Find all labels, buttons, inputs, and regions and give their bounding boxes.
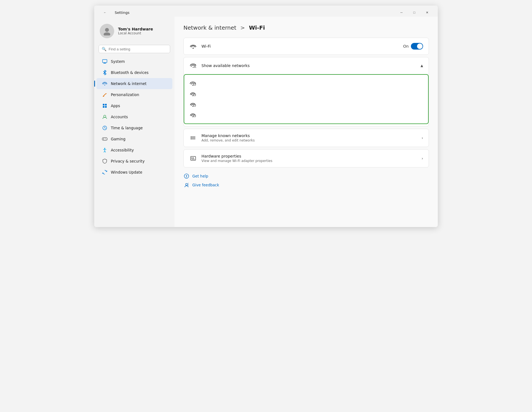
accessibility-icon — [102, 147, 108, 153]
network-item-1[interactable] — [184, 78, 428, 89]
nav-item-apps[interactable]: Apps — [96, 100, 172, 111]
minimize-button[interactable]: ─ — [395, 8, 408, 17]
system-icon — [102, 59, 108, 64]
svg-line-16 — [105, 128, 106, 128]
main-layout: Tom's Hardware Local Account 🔍 System — [94, 17, 438, 227]
show-available-networks-header[interactable]: Show available networks ▲ — [184, 57, 429, 74]
nav-item-time[interactable]: Time & language — [96, 122, 172, 133]
network-item-2[interactable] — [184, 89, 428, 99]
nav-label-personalization: Personalization — [111, 92, 139, 97]
wifi-toggle[interactable] — [411, 43, 423, 50]
svg-rect-17 — [102, 138, 107, 140]
svg-point-13 — [104, 115, 106, 117]
svg-rect-10 — [105, 104, 107, 105]
titlebar: ← Settings ─ □ ✕ — [94, 6, 438, 17]
search-box[interactable]: 🔍 — [99, 45, 170, 53]
wifi-icon — [189, 42, 197, 50]
chevron-right-icon-manage: › — [421, 136, 423, 140]
wifi-card: Wi-Fi On — [183, 38, 429, 55]
manage-networks-sub: Add, remove, and edit networks — [201, 138, 417, 142]
nav-label-system: System — [111, 59, 125, 64]
svg-point-56 — [186, 184, 188, 186]
avatar — [100, 24, 114, 38]
give-feedback-label: Give feedback — [192, 183, 219, 187]
svg-point-0 — [105, 28, 109, 32]
svg-rect-36 — [194, 94, 196, 96]
wifi-toggle-container[interactable]: On — [403, 43, 423, 50]
gaming-icon — [102, 136, 108, 142]
wifi-row[interactable]: Wi-Fi On — [184, 38, 429, 55]
chevron-right-icon-hardware: › — [421, 156, 423, 161]
nav-item-privacy[interactable]: Privacy & security — [96, 156, 172, 167]
svg-point-1 — [104, 32, 110, 35]
breadcrumb: Network & internet > Wi-Fi — [183, 24, 429, 31]
svg-point-41 — [192, 116, 193, 117]
get-help-link[interactable]: ? Get help — [183, 173, 429, 179]
manage-networks-label: Manage known networks — [201, 133, 417, 138]
svg-point-35 — [192, 95, 193, 96]
network-item-3[interactable] — [184, 99, 428, 110]
give-feedback-link[interactable]: Give feedback — [183, 182, 429, 188]
nav-label-network: Network & internet — [111, 81, 147, 86]
network-item-4[interactable] — [184, 110, 428, 120]
svg-rect-12 — [105, 106, 107, 108]
svg-point-27 — [193, 48, 194, 49]
svg-rect-34 — [194, 84, 195, 84]
svg-rect-53 — [191, 159, 195, 159]
svg-point-20 — [105, 138, 106, 139]
breadcrumb-separator: > — [240, 24, 247, 31]
svg-rect-11 — [103, 106, 104, 108]
nav-item-network[interactable]: Network & internet — [96, 78, 172, 89]
nav-item-personalization[interactable]: Personalization — [96, 89, 172, 100]
hardware-properties-card[interactable]: Hardware properties View and manage Wi-F… — [183, 149, 429, 168]
user-profile[interactable]: Tom's Hardware Local Account — [94, 19, 175, 43]
svg-rect-31 — [195, 66, 196, 67]
svg-rect-42 — [194, 115, 196, 117]
nav-item-gaming[interactable]: Gaming — [96, 133, 172, 145]
svg-rect-37 — [194, 94, 195, 95]
nav-label-accounts: Accounts — [111, 115, 128, 119]
manage-known-networks-row[interactable]: Manage known networks Add, remove, and e… — [184, 129, 429, 147]
nav-item-bluetooth[interactable]: Bluetooth & devices — [96, 67, 172, 78]
nav-label-apps: Apps — [111, 104, 120, 108]
nav-label-windows-update: Windows Update — [111, 170, 142, 174]
svg-rect-2 — [103, 60, 107, 63]
nav-item-system[interactable]: System — [96, 56, 172, 67]
titlebar-controls: ─ □ ✕ — [395, 8, 433, 17]
svg-point-32 — [192, 85, 193, 86]
time-icon — [102, 125, 108, 131]
svg-point-47 — [191, 137, 191, 137]
titlebar-left: ← Settings — [99, 8, 129, 17]
hardware-properties-row[interactable]: Hardware properties View and manage Wi-F… — [184, 150, 429, 167]
breadcrumb-parent: Network & internet — [183, 24, 236, 31]
svg-rect-30 — [195, 66, 196, 66]
maximize-button[interactable]: □ — [408, 8, 421, 17]
available-networks-icon — [189, 62, 197, 69]
search-icon: 🔍 — [102, 47, 106, 51]
nav-label-time: Time & language — [111, 126, 143, 130]
network-icon — [102, 81, 108, 86]
nav-label-bluetooth: Bluetooth & devices — [111, 70, 149, 75]
nav-item-accessibility[interactable]: Accessibility — [96, 145, 172, 156]
apps-icon — [102, 103, 108, 109]
svg-line-6 — [103, 94, 106, 96]
accounts-icon — [102, 114, 108, 120]
user-sub: Local Account — [118, 31, 153, 35]
wifi-status-label: On — [403, 44, 409, 48]
manage-networks-text: Manage known networks Add, remove, and e… — [201, 133, 417, 142]
manage-known-networks-card[interactable]: Manage known networks Add, remove, and e… — [183, 129, 429, 147]
close-button[interactable]: ✕ — [421, 8, 433, 17]
svg-line-26 — [105, 151, 106, 152]
show-available-networks-card: Show available networks ▲ — [183, 57, 429, 127]
hardware-properties-sub: View and manage Wi-Fi adapter properties — [201, 159, 417, 163]
settings-window: ← Settings ─ □ ✕ Tom's Hardware Loc — [94, 6, 438, 227]
wifi-toggle-slider — [411, 43, 423, 50]
back-button[interactable]: ← — [99, 8, 111, 17]
svg-point-28 — [193, 67, 194, 68]
sidebar: Tom's Hardware Local Account 🔍 System — [94, 17, 175, 227]
svg-rect-39 — [194, 104, 196, 106]
hardware-properties-label: Hardware properties — [201, 154, 417, 158]
nav-item-windows-update[interactable]: Windows Update — [96, 167, 172, 178]
search-input[interactable] — [109, 47, 167, 51]
nav-item-accounts[interactable]: Accounts — [96, 111, 172, 122]
